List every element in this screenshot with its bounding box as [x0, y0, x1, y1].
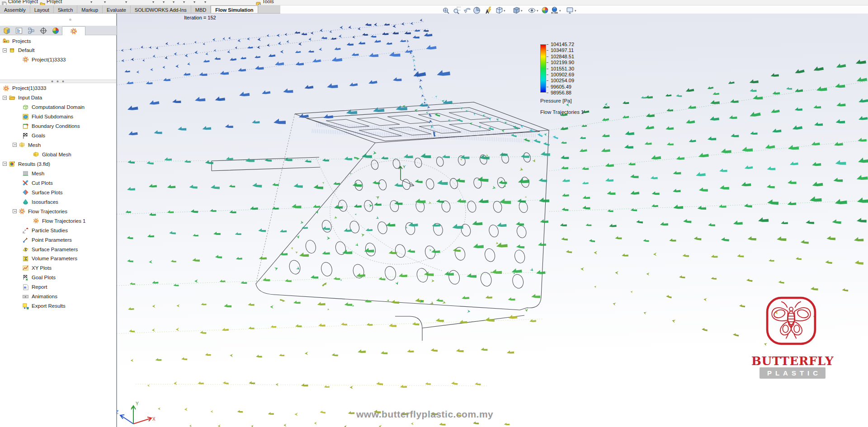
toolbar-dropdown-caret[interactable]: ▾ — [204, 0, 206, 4]
panel-tab-configuration-icon[interactable] — [25, 26, 37, 35]
brand-subtitle-bar: PLASTIC — [760, 367, 826, 379]
panel-splitter-handle[interactable] — [69, 19, 71, 21]
analysis-tree-item-goal-plots[interactable]: Goal Plots — [0, 273, 116, 282]
panel-tab-flow-simulation-icon[interactable] — [62, 26, 85, 35]
flow-lane — [117, 197, 549, 216]
previous-view-icon[interactable] — [463, 6, 472, 15]
edit-appearance-icon[interactable] — [541, 6, 550, 15]
analysis-tree-item-goals[interactable]: Goals — [0, 131, 116, 141]
analysis-tree-item-computational-domain[interactable]: Computational Domain — [0, 103, 116, 112]
zoom-fit-icon[interactable] — [442, 6, 451, 15]
tab-solidworks-add-ins[interactable]: SOLIDWORKS Add-Ins — [131, 5, 191, 13]
analysis-tree-item-input-data[interactable]: Input Data — [0, 93, 116, 103]
legend-parameter-label: Pressure [Pa] — [540, 98, 572, 103]
analysis-tree-item-particle-studies[interactable]: Particle Studies — [0, 225, 116, 235]
project-button[interactable]: Project — [47, 0, 62, 4]
tree-item-label: Input Data — [18, 95, 42, 100]
analysis-tree-item-isosurfaces[interactable]: Isosurfaces — [0, 197, 116, 206]
flow-lane — [549, 196, 868, 212]
tree-expander-minus[interactable] — [13, 209, 17, 213]
tab-sketch[interactable]: Sketch — [54, 5, 78, 13]
analysis-tree-item-volume-parameters[interactable]: Volume Parameters — [0, 254, 116, 263]
flow-lane — [562, 157, 868, 185]
analysis-tree-item-surface-parameters[interactable]: Surface Parameters — [0, 244, 116, 254]
analysis-tree-item-global-mesh[interactable]: Global Mesh — [0, 150, 116, 159]
analysis-tree-item-flow-trajectories[interactable]: Flow Trajectories — [0, 206, 116, 216]
analysis-tree-item-fluid-subdomains[interactable]: Fluid Subdomains — [0, 112, 116, 122]
tab-markup[interactable]: Markup — [77, 5, 103, 13]
tree-splitter[interactable]: ● ● ● — [0, 80, 116, 83]
analysis-tree-item-animations[interactable]: Animations — [0, 292, 116, 301]
tree-item-label: Global Mesh — [42, 152, 71, 157]
toolbar-dropdown-caret[interactable]: ▾ — [183, 0, 185, 4]
analysis-tree-item-point-parameters[interactable]: Point Parameters — [0, 235, 116, 244]
clone-project-button[interactable]: Clone Project — [8, 0, 38, 4]
toolbar-dropdown-caret[interactable]: ▾ — [163, 0, 165, 4]
tree-item-label: Default — [18, 47, 34, 53]
tab-assembly[interactable]: Assembly — [0, 5, 30, 13]
display-style-icon[interactable] — [512, 6, 521, 15]
analysis-tree-item-export-results[interactable]: Export Results — [0, 301, 116, 311]
svg-text:Z: Z — [117, 410, 118, 415]
analysis-tree-item-project-1-3333[interactable]: Project(1)3333 — [0, 84, 116, 93]
goal-plots-icon — [22, 274, 29, 281]
tab-flow-simulation[interactable]: Flow Simulation — [211, 5, 258, 13]
project-tree-item-default[interactable]: Default — [0, 46, 116, 55]
panel-tab-dimxpert-icon[interactable] — [38, 26, 49, 35]
apply-scene-icon-dropdown[interactable]: ▾ — [559, 9, 561, 13]
analysis-tree-item-report[interactable]: Report — [0, 282, 116, 292]
tab-layout[interactable]: Layout — [30, 5, 54, 13]
tree-item-label: Particle Studies — [32, 228, 68, 233]
flow-lane — [549, 76, 868, 131]
project-tree-item-projects[interactable]: Projects — [0, 36, 116, 46]
tab-mbd[interactable]: MBD — [191, 5, 211, 13]
zoom-area-icon[interactable] — [453, 6, 462, 15]
analysis-tree-item-xy-plots[interactable]: XY Plots — [0, 263, 116, 273]
tab-evaluate[interactable]: Evaluate — [103, 5, 131, 13]
surface-parameters-icon — [22, 246, 29, 253]
flow-lane — [549, 137, 868, 171]
analysis-tree-item-boundary-conditions[interactable]: Boundary Conditions — [0, 122, 116, 131]
toolbar-dropdown-caret[interactable]: ▾ — [152, 0, 154, 4]
tree-expander-minus[interactable] — [3, 96, 7, 100]
view-orientation-icon-dropdown[interactable]: ▾ — [504, 9, 505, 13]
hide-show-items-icon[interactable] — [528, 6, 537, 15]
panel-tab-display-manager-icon[interactable] — [50, 26, 61, 35]
tree-item-label: Goals — [32, 133, 45, 138]
tree-expander-minus[interactable] — [13, 143, 17, 147]
analysis-tree-item-flow-trajectories-1[interactable]: Flow Trajectories 1 — [0, 216, 116, 225]
svg-text:Y: Y — [136, 401, 139, 406]
tree-item-label: Projects — [12, 38, 31, 44]
apply-scene-icon[interactable] — [551, 6, 560, 15]
basket-wireframe-model[interactable] — [212, 102, 549, 341]
annotation-views-icon[interactable] — [485, 6, 494, 15]
tree-expander-minus[interactable] — [3, 162, 7, 166]
analysis-tree-item-surface-plots[interactable]: Surface Plots — [0, 188, 116, 197]
legend-color-bar[interactable] — [540, 44, 546, 93]
toolbar-dropdown-caret[interactable]: ▾ — [193, 0, 195, 4]
analysis-tree-item-mesh[interactable]: Mesh — [0, 169, 116, 178]
panel-tab-part-icon[interactable] — [1, 26, 12, 35]
display-style-icon-dropdown[interactable]: ▾ — [521, 9, 523, 13]
view-settings-icon[interactable] — [566, 6, 575, 15]
toolbar-dropdown-caret[interactable]: ▾ — [104, 0, 106, 4]
legend-tick — [547, 93, 548, 93]
analysis-tree-item-mesh[interactable]: Mesh — [0, 140, 116, 150]
clone-project-button-icon — [2, 0, 7, 5]
toolbar-dropdown-caret[interactable]: ▾ — [125, 0, 127, 4]
analysis-tree-item-results-3-fld-[interactable]: Results (3.fld) — [0, 159, 116, 169]
toolbar-dropdown-caret[interactable]: ▾ — [173, 0, 175, 4]
hide-show-items-icon-dropdown[interactable]: ▾ — [537, 9, 538, 13]
flow-lane — [561, 115, 868, 159]
toolbar-dropdown-caret[interactable]: ▾ — [90, 0, 92, 4]
view-orientation-icon[interactable] — [495, 6, 504, 15]
view-settings-icon-dropdown[interactable]: ▾ — [575, 9, 576, 13]
analysis-tree-item-cut-plots[interactable]: Cut Plots — [0, 178, 116, 188]
flow-trajectories-item-icon — [33, 217, 39, 224]
panel-tab-feature-tree-icon[interactable] — [13, 26, 24, 35]
tools-button[interactable]: Tools — [262, 0, 274, 4]
tree-expander-minus[interactable] — [3, 48, 7, 52]
section-view-icon[interactable] — [473, 6, 482, 15]
tree-item-label: Fluid Subdomains — [32, 114, 73, 119]
project-tree-item-project-1-3333[interactable]: Project(1)3333 — [0, 55, 116, 64]
